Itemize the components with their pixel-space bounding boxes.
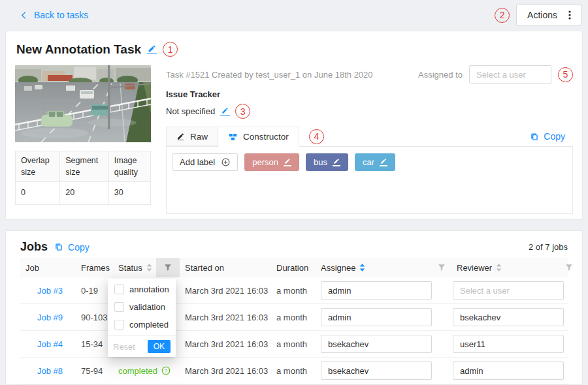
edit-underline xyxy=(333,165,340,166)
task-title: New Annotation Task xyxy=(16,42,141,57)
pencil-icon xyxy=(176,132,185,140)
label-chip-bus[interactable]: bus xyxy=(306,153,348,171)
job-assignee-input[interactable] xyxy=(321,362,432,380)
task-meta-row: Task #1521 Created by test_user_1 on Jun… xyxy=(166,65,573,84)
checkbox-unchecked[interactable] xyxy=(114,320,124,330)
filter-funnel-icon xyxy=(565,264,573,271)
actions-button[interactable]: Actions xyxy=(516,5,581,25)
job-link[interactable]: Job #4 xyxy=(25,339,63,349)
annotation-circle-1: 1 xyxy=(163,42,178,57)
job-assignee-input[interactable] xyxy=(321,308,432,326)
tab-raw[interactable]: Raw xyxy=(166,127,218,146)
job-link[interactable]: Job #8 xyxy=(25,366,63,376)
status-filter-button[interactable] xyxy=(156,258,180,277)
top-bar: Back to tasks 2 Actions xyxy=(0,0,588,30)
job-duration: a month xyxy=(271,366,316,376)
filter-option-label: annotation xyxy=(129,285,169,294)
sort-carets-icon[interactable] xyxy=(496,263,502,272)
column-duration-label: Duration xyxy=(276,263,308,273)
sort-carets-icon-active[interactable] xyxy=(359,263,365,272)
job-link[interactable]: Job #9 xyxy=(25,313,63,322)
edit-underline xyxy=(380,165,387,166)
tab-constructor[interactable]: Constructor xyxy=(218,127,299,147)
jobs-table-header: Job Frames Status Started on Duration As… xyxy=(20,258,568,277)
add-label-button[interactable]: Add label xyxy=(172,153,238,171)
assigned-to-group: Assigned to 5 xyxy=(418,65,573,84)
edit-underline xyxy=(147,54,157,55)
copy-jobs-link[interactable]: Copy xyxy=(54,242,90,253)
column-frames-label: Frames xyxy=(81,263,110,273)
job-started: March 3rd 2021 16:03 xyxy=(180,366,271,376)
checkbox-unchecked[interactable] xyxy=(114,302,124,312)
add-label-label: Add label xyxy=(180,157,215,167)
job-reviewer-input[interactable] xyxy=(453,281,564,300)
annotation-circle-3: 3 xyxy=(235,104,250,119)
column-header-status[interactable]: Status xyxy=(113,263,156,273)
task-details-card: New Annotation Task 1 xyxy=(5,31,583,220)
edit-label-icon[interactable] xyxy=(284,158,291,166)
edit-title-icon[interactable] xyxy=(147,44,157,55)
label-chip-car[interactable]: car xyxy=(355,153,395,171)
spacer-cell xyxy=(156,358,180,384)
tab-constructor-label: Constructor xyxy=(243,132,289,142)
column-started-label: Started on xyxy=(185,263,224,273)
job-row-9: Job #9 90-103 March 3rd 2021 16:03 a mon… xyxy=(20,304,568,331)
annotation-circle-2: 2 xyxy=(495,8,510,23)
task-meta-text: Task #1521 Created by test_user_1 on Jun… xyxy=(166,70,373,80)
filter-option-validation[interactable]: validation xyxy=(108,298,176,316)
column-header-started[interactable]: Started on xyxy=(180,263,271,273)
issue-tracker-label: Issue Tracker xyxy=(166,89,573,99)
plus-circle-icon xyxy=(221,157,231,167)
job-link[interactable]: Job #3 xyxy=(25,286,63,296)
job-assignee-input[interactable] xyxy=(321,281,432,300)
task-title-row: New Annotation Task 1 xyxy=(16,42,573,57)
filter-option-annotation[interactable]: annotation xyxy=(108,281,176,298)
job-frames: 75-94 xyxy=(76,366,113,376)
job-row-3: Job #3 0-19 March 3rd 2021 16:03 a month xyxy=(20,277,568,304)
task-assignee-input[interactable] xyxy=(469,65,551,84)
edit-underline xyxy=(284,165,291,166)
job-reviewer-input[interactable] xyxy=(453,362,564,380)
filter-funnel-icon xyxy=(164,264,172,271)
sort-carets-icon[interactable] xyxy=(146,263,152,272)
job-started: March 3rd 2021 16:03 xyxy=(180,339,271,349)
column-header-reviewer[interactable]: Reviewer xyxy=(451,263,559,273)
copy-labels-link[interactable]: Copy xyxy=(530,131,565,142)
spacer-cell xyxy=(559,358,580,384)
job-reviewer-input[interactable] xyxy=(453,335,564,353)
edit-issue-tracker-icon[interactable] xyxy=(220,107,230,116)
job-duration: a month xyxy=(271,286,316,296)
filter-reset-button[interactable]: Reset xyxy=(113,342,135,352)
param-header-segment: Segment size xyxy=(60,151,109,182)
assignee-filter-button[interactable] xyxy=(432,258,451,277)
filter-ok-button[interactable]: OK xyxy=(148,340,171,353)
edit-label-icon[interactable] xyxy=(333,158,340,166)
annotation-circle-5: 5 xyxy=(558,67,573,82)
tab-raw-label: Raw xyxy=(190,132,208,142)
job-assignee-input[interactable] xyxy=(321,335,432,353)
spacer-cell xyxy=(432,358,451,384)
column-header-frames[interactable]: Frames xyxy=(76,263,113,273)
back-to-tasks-label: Back to tasks xyxy=(34,10,88,20)
job-started: March 3rd 2021 16:03 xyxy=(180,286,271,296)
reviewer-filter-button[interactable] xyxy=(559,258,580,277)
jobs-header: Jobs Copy 2 of 7 jobs xyxy=(20,240,568,254)
filter-option-label: validation xyxy=(129,302,165,312)
label-chip-person[interactable]: person xyxy=(244,153,299,171)
actions-button-label: Actions xyxy=(527,10,557,20)
edit-label-icon[interactable] xyxy=(380,158,387,166)
kebab-menu-icon xyxy=(565,10,574,20)
job-reviewer-input[interactable] xyxy=(453,308,564,326)
filter-option-completed[interactable]: completed xyxy=(108,316,176,333)
back-to-tasks-link[interactable]: Back to tasks xyxy=(20,10,88,20)
column-header-job[interactable]: Job xyxy=(20,263,76,273)
checkbox-unchecked[interactable] xyxy=(114,285,124,294)
jobs-table: Job Frames Status Started on Duration As… xyxy=(20,258,568,384)
filter-option-label: completed xyxy=(129,320,169,330)
column-header-duration[interactable]: Duration xyxy=(271,263,316,273)
column-reviewer-label: Reviewer xyxy=(457,263,492,273)
job-duration: a month xyxy=(271,313,316,322)
param-value-quality: 30 xyxy=(108,182,150,205)
top-bar-right: 2 Actions xyxy=(495,5,581,25)
column-header-assignee[interactable]: Assignee xyxy=(316,263,432,273)
